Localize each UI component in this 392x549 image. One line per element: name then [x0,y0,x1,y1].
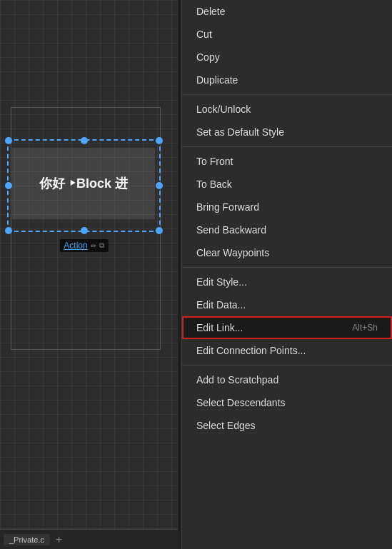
handle-mid-left[interactable] [5,182,12,189]
menu-item-label-to-front: To Front [196,156,233,167]
menu-item-label-edit-connection-points: Edit Connection Points... [196,345,306,356]
handle-bottom-mid[interactable] [81,227,88,234]
menu-separator [182,267,392,268]
menu-item-label-duplicate: Duplicate [196,74,238,86]
menu-item-label-lock-unlock: Lock/Unlock [196,104,251,115]
tab-add-button[interactable]: + [53,533,65,546]
element-content: 你好 ‣Block 进 [12,148,155,219]
menu-separator [182,146,392,147]
menu-item-label-clear-waypoints: Clear Waypoints [196,247,269,258]
tab-private[interactable]: _Private.c [4,534,50,545]
handle-bottom-right[interactable] [156,227,163,234]
selected-element[interactable]: 你好 ‣Block 进 Action ✏ ⧉ [7,139,161,232]
menu-separator [182,365,392,366]
menu-item-label-select-edges: Select Edges [196,420,256,431]
menu-item-select-edges[interactable]: Select Edges [182,414,392,437]
context-menu: DeleteCutCopyDuplicateLock/UnlockSet as … [181,0,392,549]
menu-item-edit-data[interactable]: Edit Data... [182,293,392,316]
handle-top-mid[interactable] [81,137,88,144]
menu-item-send-backward[interactable]: Send Backward [182,218,392,241]
menu-item-set-default-style[interactable]: Set as Default Style [182,121,392,143]
menu-item-edit-connection-points[interactable]: Edit Connection Points... [182,339,392,362]
menu-item-label-add-to-scratchpad: Add to Scratchpad [196,374,278,386]
edit-icon[interactable]: ✏ [91,242,96,250]
menu-item-clear-waypoints[interactable]: Clear Waypoints [182,241,392,264]
element-label: Action ✏ ⧉ [59,239,108,252]
handle-top-right[interactable] [156,137,163,144]
menu-item-label-edit-data: Edit Data... [196,299,246,311]
menu-item-cut[interactable]: Cut [182,23,392,46]
menu-item-add-to-scratchpad[interactable]: Add to Scratchpad [182,368,392,391]
handle-mid-right[interactable] [156,182,163,189]
tab-bar: _Private.c + [0,529,178,549]
menu-item-to-back[interactable]: To Back [182,173,392,196]
menu-item-label-delete: Delete [196,6,225,17]
menu-shortcut-edit-link: Alt+Sh [352,323,378,333]
menu-item-lock-unlock[interactable]: Lock/Unlock [182,98,392,121]
canvas-area: 你好 ‣Block 进 Action ✏ ⧉ _Private.c + [0,0,178,549]
menu-item-label-copy: Copy [196,51,220,63]
menu-item-label-edit-style: Edit Style... [196,276,247,288]
menu-item-duplicate[interactable]: Duplicate [182,69,392,91]
menu-item-delete[interactable]: Delete [182,0,392,23]
menu-item-edit-style[interactable]: Edit Style... [182,271,392,293]
menu-item-select-descendants[interactable]: Select Descendants [182,391,392,414]
handle-bottom-left[interactable] [5,227,12,234]
menu-item-label-select-descendants: Select Descendants [196,397,286,408]
menu-item-label-to-back: To Back [196,178,232,190]
label-text[interactable]: Action [64,241,87,251]
copy-icon[interactable]: ⧉ [99,241,104,250]
element-text: 你好 ‣Block 进 [39,175,128,192]
menu-separator [182,94,392,95]
handle-top-left[interactable] [5,137,12,144]
menu-item-label-bring-forward: Bring Forward [196,201,259,213]
menu-item-edit-link[interactable]: Edit Link...Alt+Sh [182,316,392,339]
menu-item-to-front[interactable]: To Front [182,150,392,173]
menu-item-label-edit-link: Edit Link... [196,322,243,333]
menu-item-label-cut: Cut [196,29,212,40]
menu-item-bring-forward[interactable]: Bring Forward [182,196,392,218]
menu-item-copy[interactable]: Copy [182,46,392,69]
menu-item-label-set-default-style: Set as Default Style [196,126,284,138]
menu-item-label-send-backward: Send Backward [196,224,266,236]
